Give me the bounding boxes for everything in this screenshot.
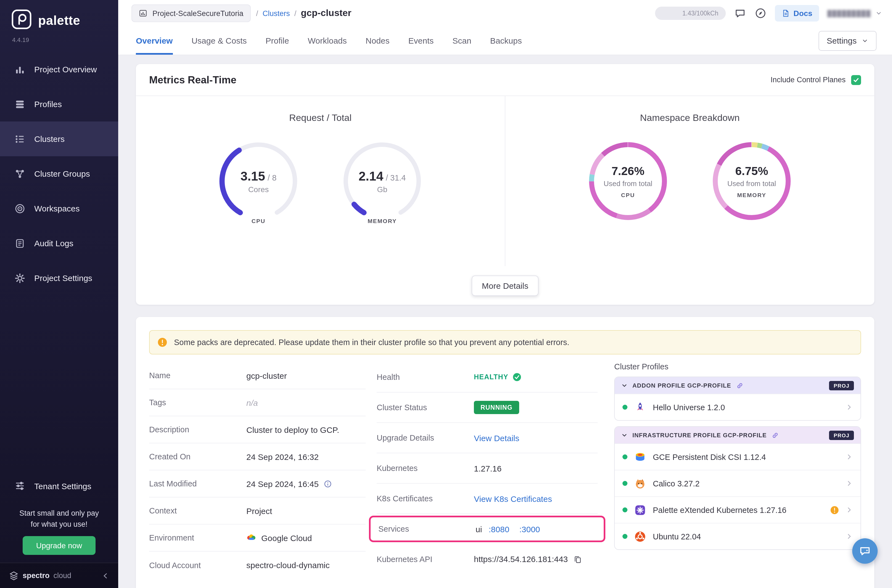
request-total-panel: Request / Total 3.15 / 8	[136, 96, 505, 266]
service-port-3000-link[interactable]: :3000	[519, 524, 540, 534]
addon-profile-header[interactable]: ADDON PROFILE GCP-PROFILE PROJ	[615, 377, 860, 394]
upgrade-promo: Start small and only pay for what you us…	[0, 503, 118, 562]
service-port-8080-link[interactable]: :8080	[488, 524, 509, 534]
deprecated-packs-text: Some packs are deprecated. Please update…	[174, 338, 569, 347]
tab-usage-costs[interactable]: Usage & Costs	[191, 27, 246, 55]
page-title-cluster-name: gcp-cluster	[301, 8, 351, 19]
more-details-button[interactable]: More Details	[472, 275, 538, 296]
sidebar-footer: spectro cloud	[0, 562, 118, 588]
status-label: Kubernetes	[377, 464, 474, 472]
cpu-label: CPU	[214, 218, 303, 224]
view-details-link[interactable]: View Details	[474, 433, 520, 442]
pack-status-dot	[622, 534, 628, 539]
namespace-memory-donut: 6.75% Used from total MEMORY	[707, 137, 796, 225]
sidebar-item-cluster-groups[interactable]: Cluster Groups	[0, 156, 118, 191]
pack-row-gce-disk[interactable]: GCE Persistent Disk CSI 1.12.4	[615, 443, 860, 470]
upgrade-now-button[interactable]: Upgrade now	[23, 536, 96, 555]
sidebar-item-workspaces[interactable]: Workspaces	[0, 191, 118, 226]
info-value: 24 Sep 2024, 16:32	[246, 452, 319, 461]
pack-row-ubuntu[interactable]: Ubuntu 22.04	[615, 523, 860, 549]
info-label: Context	[149, 506, 246, 515]
status-row-upgrade-details: Upgrade Details View Details	[377, 423, 598, 453]
info-icon[interactable]	[324, 480, 332, 488]
sidebar-item-label: Project Overview	[34, 64, 97, 74]
sidebar-item-clusters[interactable]: Clusters	[0, 122, 118, 156]
info-row-created-on: Created On 24 Sep 2024, 16:32	[149, 443, 366, 470]
breadcrumb-clusters-link[interactable]: Clusters	[263, 9, 290, 17]
sidebar-item-profiles[interactable]: Profiles	[0, 87, 118, 122]
info-row-environment: Environment Google Cloud	[149, 525, 366, 552]
sidebar-item-label: Cluster Groups	[34, 169, 90, 178]
tab-nodes[interactable]: Nodes	[366, 27, 390, 55]
tab-events[interactable]: Events	[408, 27, 434, 55]
gce-disk-icon	[634, 451, 646, 463]
info-row-cloud-account: Cloud Account spectro-cloud-dynamic	[149, 552, 366, 579]
pack-row-palette-extended-kubernetes[interactable]: Palette eXtended Kubernetes 1.27.16	[615, 496, 860, 523]
pack-status-dot	[622, 454, 628, 459]
sidebar-item-project-settings[interactable]: Project Settings	[0, 261, 118, 296]
info-label: Created On	[149, 452, 246, 461]
calico-icon	[634, 477, 646, 489]
info-label: Name	[149, 371, 246, 380]
proj-scope-badge: PROJ	[829, 381, 854, 390]
warning-icon	[158, 338, 167, 347]
health-value: HEALTHY	[474, 373, 508, 381]
footer-brand-spectro: spectro	[23, 572, 50, 580]
sidebar-item-tenant-settings[interactable]: Tenant Settings	[0, 468, 118, 503]
collapse-sidebar-icon[interactable]	[102, 572, 110, 579]
upgrade-line-1: Start small and only pay	[8, 508, 110, 519]
namespace-memory-label: MEMORY	[737, 191, 766, 198]
tab-workloads[interactable]: Workloads	[308, 27, 347, 55]
project-selector[interactable]: Project-ScaleSecureTutoria	[131, 4, 251, 22]
detail-columns: Name gcp-cluster Tags n/a Description Cl…	[149, 362, 861, 579]
sidebar-item-audit-logs[interactable]: Audit Logs	[0, 226, 118, 261]
tab-profile[interactable]: Profile	[266, 27, 289, 55]
support-compass-icon[interactable]	[754, 7, 766, 20]
namespace-cpu-percent: 7.26%	[611, 164, 644, 177]
status-row-k8s-certificates: K8s Certificates View K8s Certificates	[377, 484, 598, 514]
copy-icon[interactable]	[573, 555, 582, 563]
sidebar-item-project-overview[interactable]: Project Overview	[0, 52, 118, 87]
cpu-total: / 8	[267, 173, 276, 182]
chevron-right-icon	[845, 404, 853, 411]
docs-label: Docs	[793, 9, 812, 18]
sidebar: palette 4.4.19 Project Overview Profiles…	[0, 0, 118, 588]
proj-scope-badge: PROJ	[829, 430, 854, 440]
status-label: K8s Certificates	[377, 494, 474, 503]
docs-button[interactable]: Docs	[775, 5, 819, 21]
more-details-row: More Details	[136, 266, 874, 305]
info-row-name: Name gcp-cluster	[149, 362, 366, 389]
pack-row-hello-universe[interactable]: Hello Universe 1.2.0	[615, 394, 860, 420]
rocket-icon	[634, 401, 646, 413]
namespace-breakdown-title: Namespace Breakdown	[640, 112, 740, 124]
user-menu[interactable]: █████████	[827, 10, 882, 16]
settings-button-label: Settings	[827, 36, 857, 45]
view-k8s-certificates-link[interactable]: View K8s Certificates	[474, 494, 552, 503]
tab-overview[interactable]: Overview	[136, 27, 173, 55]
settings-button[interactable]: Settings	[818, 31, 877, 51]
info-label: Tags	[149, 398, 246, 407]
brand-name: palette	[38, 13, 80, 28]
pack-status-dot	[622, 481, 628, 486]
pack-warning-icon	[830, 506, 839, 514]
tenant-settings-label: Tenant Settings	[34, 481, 92, 490]
log-icon	[14, 238, 26, 249]
chevron-right-icon	[845, 506, 853, 513]
memory-gauge: 2.14 / 31.4 Gb MEMORY	[338, 137, 426, 225]
infrastructure-profile-header[interactable]: INFRASTRUCTURE PROFILE GCP-PROFILE PROJ	[615, 427, 860, 443]
pack-row-calico[interactable]: Calico 3.27.2	[615, 470, 860, 496]
pack-name: Calico 3.27.2	[653, 479, 839, 488]
tab-scan[interactable]: Scan	[452, 27, 471, 55]
chat-bubble-icon[interactable]	[734, 7, 746, 20]
tab-backups[interactable]: Backups	[490, 27, 522, 55]
app-window: palette 4.4.19 Project Overview Profiles…	[0, 0, 892, 588]
status-label: Upgrade Details	[377, 434, 474, 442]
chat-fab-button[interactable]	[852, 538, 878, 564]
charts-row: Request / Total 3.15 / 8	[136, 96, 874, 266]
usage-credit-pill: 1.43/100kCh	[655, 7, 725, 20]
bar-chart-icon	[14, 64, 26, 75]
include-control-planes-checkbox[interactable]	[851, 75, 861, 85]
info-value: Google Cloud	[261, 533, 312, 543]
namespace-breakdown-panel: Namespace Breakdown 7.26% Used from tota…	[505, 96, 874, 266]
user-name-masked: █████████	[827, 10, 871, 16]
